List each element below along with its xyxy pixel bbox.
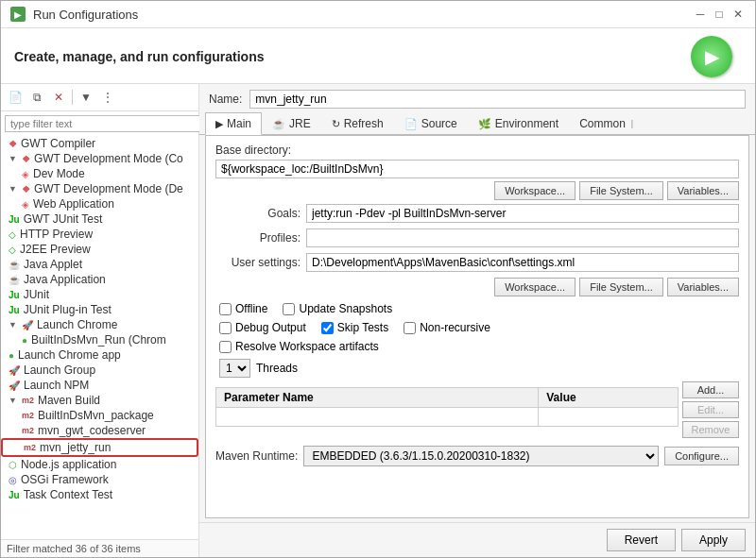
tree-item-launch-group[interactable]: 🚀 Launch Group: [1, 363, 198, 378]
apply-button[interactable]: Apply: [681, 529, 746, 551]
variables-btn-2[interactable]: Variables...: [667, 278, 739, 296]
tree-item-builtindsmvn-pkg[interactable]: m2 BuiltInDsMvn_package: [1, 408, 198, 423]
file-system-btn-2[interactable]: File System...: [579, 278, 663, 296]
remove-param-button[interactable]: Remove: [682, 421, 739, 438]
duplicate-config-button[interactable]: ⧉: [26, 87, 47, 108]
minimize-button[interactable]: ─: [693, 7, 708, 22]
tree-item-gwt-junit[interactable]: Ju GWT JUnit Test: [1, 211, 198, 227]
skip-tests-checkbox[interactable]: [321, 322, 334, 334]
offline-checkbox[interactable]: [219, 303, 232, 315]
workspace-btn-1[interactable]: Workspace...: [494, 181, 576, 200]
revert-button[interactable]: Revert: [607, 529, 676, 551]
add-param-button[interactable]: Add...: [682, 381, 739, 398]
tree-item-mvn-jetty[interactable]: m2 mvn_jetty_run: [1, 438, 198, 457]
runtime-select[interactable]: EMBEDDED (3.6.3/1.15.0.20200310-1832): [303, 446, 659, 466]
tree-item-junit-plugin[interactable]: Ju JUnit Plug-in Test: [1, 302, 198, 317]
expand-arrow: ▼: [9, 154, 17, 163]
tab-refresh[interactable]: ↻ Refresh: [321, 112, 394, 135]
tree-item-label: Java Application: [24, 273, 106, 286]
title-bar-left: ▶ Run Configurations: [10, 7, 138, 22]
tab-source[interactable]: 📄 Source: [394, 112, 468, 135]
tree-item-web-application[interactable]: ◈ Web Application: [1, 196, 198, 211]
main-tab-icon: ▶: [215, 118, 223, 130]
base-dir-input[interactable]: [215, 160, 739, 178]
tree-item-launch-chrome-app[interactable]: ● Launch Chrome app: [1, 347, 198, 363]
tree-item-label: BuiltInDsMvn_Run (Chrom: [31, 333, 166, 347]
profiles-input[interactable]: [306, 228, 739, 247]
run-button[interactable]: ▶: [691, 36, 732, 77]
runtime-row: Maven Runtime: EMBEDDED (3.6.3/1.15.0.20…: [215, 446, 739, 466]
edit-param-button[interactable]: Edit...: [682, 401, 739, 418]
gwt-icon: ❖: [9, 139, 17, 149]
user-settings-buttons: Workspace... File System... Variables...: [215, 278, 739, 296]
tree-item-label: Web Application: [33, 197, 114, 211]
tree-item-label: Dev Mode: [33, 167, 85, 180]
user-settings-input[interactable]: [306, 253, 739, 272]
goals-input[interactable]: [306, 204, 739, 223]
java-icon: ☕: [9, 260, 20, 270]
tree-item-label: Maven Build: [38, 394, 100, 407]
tree-item-http-preview[interactable]: ◇ HTTP Preview: [1, 227, 198, 242]
tab-common[interactable]: Common |: [569, 112, 644, 135]
common-pipe: |: [631, 119, 633, 128]
checkboxes-row-2: Debug Output Skip Tests Non-recursive: [219, 321, 739, 334]
delete-config-button[interactable]: ✕: [48, 87, 69, 108]
name-input[interactable]: [249, 90, 746, 109]
maximize-button[interactable]: □: [712, 7, 727, 22]
workspace-btn-2[interactable]: Workspace...: [494, 278, 576, 296]
resolve-workspace-checkbox[interactable]: [219, 341, 232, 353]
close-button[interactable]: ✕: [730, 7, 746, 22]
tree-item-task-context[interactable]: Ju Task Context Test: [1, 487, 198, 502]
filter-options-button[interactable]: ⋮: [97, 87, 118, 108]
tree-item-label: GWT Compiler: [21, 137, 95, 150]
tree-item-builtindsmvn-run[interactable]: ● BuiltInDsMvn_Run (Chrom: [1, 332, 198, 347]
tree-item-gwt-dev-de[interactable]: ▼ ❖ GWT Development Mode (De: [1, 181, 198, 196]
tree-item-nodejs[interactable]: ⬡ Node.js application: [1, 457, 198, 472]
threads-label: Threads: [256, 362, 298, 375]
web-icon: ◈: [22, 199, 29, 210]
m2-icon: m2: [22, 426, 34, 435]
tree-item-osgi[interactable]: ◎ OSGi Framework: [1, 472, 198, 487]
tree-item-label: GWT Development Mode (Co: [34, 152, 183, 165]
tree-item-dev-mode[interactable]: ◈ Dev Mode: [1, 166, 198, 181]
filter-toggle-button[interactable]: ▼: [76, 87, 96, 108]
right-panel: Name: ▶ Main ☕ JRE ↻ Refresh 📄: [199, 84, 755, 557]
tree-item-java-applet[interactable]: ☕ Java Applet: [1, 257, 198, 272]
non-recursive-checkbox[interactable]: [404, 322, 416, 334]
main-area: 📄 ⧉ ✕ ▼ ⋮ ❖ GWT Compiler ▼ ❖ GWT Develop…: [1, 84, 755, 557]
name-label: Name:: [209, 93, 242, 106]
tree-item-label: J2EE Preview: [20, 243, 91, 256]
ju-icon: Ju: [9, 214, 20, 225]
configure-runtime-button[interactable]: Configure...: [664, 447, 739, 465]
col-value: Value: [539, 388, 679, 408]
tree-item-launch-npm[interactable]: 🚀 Launch NPM: [1, 378, 198, 393]
base-dir-label: Base directory:: [215, 144, 739, 157]
tree-item-gwt-dev-co[interactable]: ▼ ❖ GWT Development Mode (Co: [1, 151, 198, 166]
tree-item-java-application[interactable]: ☕ Java Application: [1, 272, 198, 287]
header-area: Create, manage, and run configurations ▶: [1, 28, 755, 84]
tree-item-j2ee-preview[interactable]: ◇ J2EE Preview: [1, 242, 198, 257]
new-config-button[interactable]: 📄: [5, 87, 26, 108]
resolve-workspace-row: Resolve Workspace artifacts: [219, 340, 739, 353]
non-recursive-label: Non-recursive: [420, 321, 490, 334]
tab-main[interactable]: ▶ Main: [205, 112, 262, 135]
config-tree: ❖ GWT Compiler ▼ ❖ GWT Development Mode …: [1, 136, 198, 539]
tab-env-label: Environment: [495, 117, 558, 130]
tree-item-label: mvn_gwt_codeserver: [38, 424, 146, 437]
tree-item-junit[interactable]: Ju JUnit: [1, 287, 198, 302]
tree-item-label: JUnit Plug-in Test: [24, 303, 112, 316]
update-snapshots-checkbox[interactable]: [283, 303, 295, 315]
file-system-btn-1[interactable]: File System...: [579, 181, 663, 200]
tree-item-maven-build[interactable]: ▼ m2 Maven Build: [1, 393, 198, 408]
variables-btn-1[interactable]: Variables...: [667, 181, 739, 200]
filter-input[interactable]: [5, 115, 202, 132]
debug-output-checkbox[interactable]: [219, 322, 232, 334]
tree-item-launch-chrome[interactable]: ▼ 🚀 Launch Chrome: [1, 317, 198, 332]
tab-environment[interactable]: 🌿 Environment: [468, 112, 569, 135]
tab-jre[interactable]: ☕ JRE: [262, 112, 321, 135]
threads-select[interactable]: 1 2 4: [219, 359, 250, 378]
tree-item-label: Node.js application: [21, 458, 116, 471]
tree-item-gwt-compiler[interactable]: ❖ GWT Compiler: [1, 136, 198, 151]
tree-item-label: JUnit: [24, 288, 49, 301]
tree-item-mvn-gwt[interactable]: m2 mvn_gwt_codeserver: [1, 423, 198, 438]
